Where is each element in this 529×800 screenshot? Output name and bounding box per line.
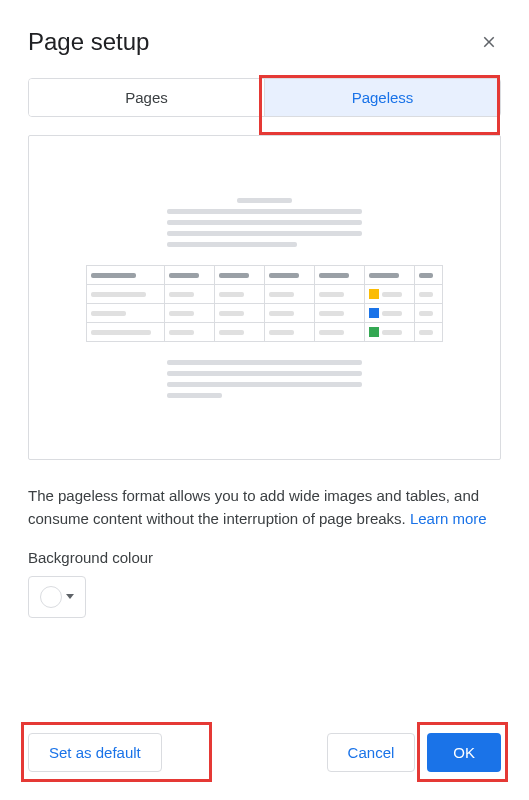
tab-pages[interactable]: Pages: [29, 79, 265, 116]
description-text: The pageless format allows you to add wi…: [28, 484, 501, 531]
close-button[interactable]: [477, 30, 501, 54]
preview-panel: [28, 135, 501, 460]
dialog-footer: Set as default Cancel OK: [28, 733, 501, 772]
preview-table: [86, 265, 443, 342]
tabs-container: Pages Pageless: [28, 78, 501, 117]
set-as-default-button[interactable]: Set as default: [28, 733, 162, 772]
tab-pageless[interactable]: Pageless: [265, 79, 500, 116]
preview-text-top: [167, 198, 362, 247]
chevron-down-icon: [66, 594, 74, 599]
close-icon: [480, 33, 498, 51]
preview-text-bottom: [167, 360, 362, 398]
ok-button[interactable]: OK: [427, 733, 501, 772]
cancel-button[interactable]: Cancel: [327, 733, 416, 772]
background-colour-picker[interactable]: [28, 576, 86, 618]
dialog-title: Page setup: [28, 28, 149, 56]
background-colour-label: Background colour: [28, 549, 501, 566]
colour-swatch-white: [40, 586, 62, 608]
learn-more-link[interactable]: Learn more: [410, 510, 487, 527]
